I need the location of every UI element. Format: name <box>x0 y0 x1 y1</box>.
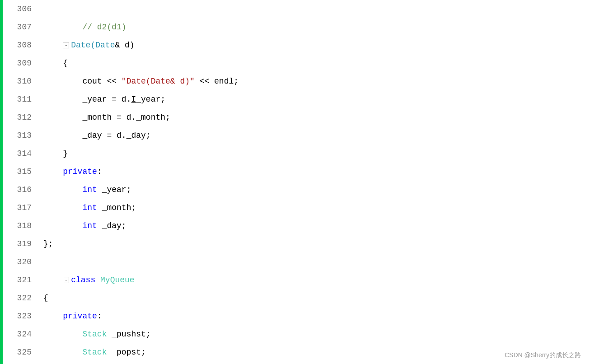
line-numbers: 3063073083093103113123133143153163173183… <box>3 0 39 364</box>
code-line: _day = d._day; <box>43 126 590 145</box>
line-number: 310 <box>3 72 32 90</box>
line-number: 324 <box>3 325 32 343</box>
code-line: int _month; <box>43 199 590 217</box>
line-number: 307 <box>3 18 32 36</box>
code-line: } <box>43 145 590 163</box>
code-line: // d2(d1) <box>43 18 590 36</box>
code-line: -class MyQueue <box>43 271 590 289</box>
line-number: 315 <box>3 163 32 181</box>
line-number: 323 <box>3 307 32 325</box>
code-line: -Date(Date& d) <box>43 36 590 54</box>
line-number: 312 <box>3 108 32 126</box>
line-number: 313 <box>3 126 32 145</box>
line-number: 311 <box>3 90 32 108</box>
watermark: CSDN @Sherry的成长之路 <box>505 351 581 359</box>
line-number: 308 <box>3 36 32 54</box>
code-line: cout << "Date(Date& d)" << endl; <box>43 72 590 90</box>
line-number: 306 <box>3 0 32 18</box>
collapse-icon-myqueue[interactable]: - <box>63 277 69 283</box>
code-line: _year = d.I_year; <box>43 90 590 108</box>
line-number: 325 <box>3 343 32 361</box>
code-editor: 3063073083093103113123133143153163173183… <box>0 0 590 364</box>
line-number: 321 <box>3 271 32 289</box>
code-line: }; <box>43 235 590 253</box>
collapse-icon[interactable]: - <box>63 42 69 48</box>
code-line: Stack _pushst; <box>43 325 590 343</box>
code-line <box>43 0 590 18</box>
code-line: int _year; <box>43 181 590 199</box>
code-area[interactable]: // d2(d1) -Date(Date& d) { cout << "Date… <box>39 0 590 364</box>
code-line: private: <box>43 307 590 325</box>
line-number: 316 <box>3 181 32 199</box>
line-number: 320 <box>3 253 32 271</box>
line-number: 309 <box>3 54 32 72</box>
line-number: 319 <box>3 235 32 253</box>
code-line: int _day; <box>43 217 590 235</box>
line-number: 318 <box>3 217 32 235</box>
code-line: _month = d._month; <box>43 108 590 126</box>
code-line: private: <box>43 163 590 181</box>
code-line <box>43 253 590 271</box>
code-line: { <box>43 54 590 72</box>
line-number: 322 <box>3 289 32 307</box>
line-number: 317 <box>3 199 32 217</box>
line-number: 314 <box>3 145 32 163</box>
code-line: { <box>43 289 590 307</box>
